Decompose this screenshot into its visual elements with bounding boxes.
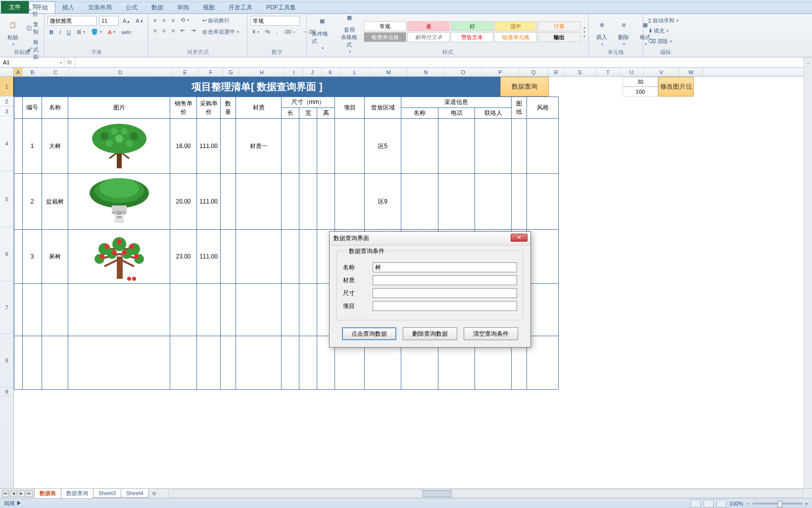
orientation-button[interactable]: ⟲ xyxy=(179,16,191,24)
cell[interactable] xyxy=(527,174,559,230)
currency-button[interactable]: ¥ xyxy=(250,28,261,36)
cell[interactable] xyxy=(512,119,527,174)
row-header-5[interactable]: 5 xyxy=(0,171,13,227)
cell[interactable] xyxy=(299,119,317,174)
cell[interactable] xyxy=(170,284,197,336)
cell[interactable] xyxy=(236,284,282,336)
align-center-button[interactable]: ≡ xyxy=(160,27,167,35)
col-header-T[interactable]: T xyxy=(596,68,620,76)
sheet-tab-3[interactable]: Sheet3 xyxy=(93,489,121,498)
cell[interactable] xyxy=(23,336,42,390)
field-project-input[interactable] xyxy=(373,301,517,311)
dialog-titlebar[interactable]: 数据查询界面 ✕ xyxy=(330,232,530,246)
cell[interactable]: 16.00 xyxy=(170,119,197,174)
align-mid-button[interactable]: ≡ xyxy=(160,16,167,24)
cell[interactable]: 区5 xyxy=(365,119,401,174)
increase-font-button[interactable]: A▴ xyxy=(121,17,132,25)
style-link[interactable]: 链接单元格 xyxy=(494,32,537,42)
field-material-input[interactable] xyxy=(373,275,517,285)
sum-button[interactable]: Σ自动求和 xyxy=(646,16,685,25)
align-top-button[interactable]: ≡ xyxy=(151,16,158,24)
cell[interactable] xyxy=(527,284,559,336)
font-name-select[interactable] xyxy=(48,16,97,26)
cell[interactable] xyxy=(282,336,299,390)
cell[interactable]: 2 xyxy=(23,174,42,230)
formula-input[interactable] xyxy=(75,57,812,67)
macro-icon[interactable]: ▶ xyxy=(16,500,22,506)
style-explain[interactable]: 解释性文本 xyxy=(407,32,450,42)
cell[interactable] xyxy=(317,174,335,230)
tab-next[interactable]: ▶ xyxy=(18,490,25,497)
cell[interactable] xyxy=(68,119,170,174)
cell[interactable] xyxy=(42,336,68,390)
italic-button[interactable]: I xyxy=(57,28,63,36)
cell[interactable] xyxy=(23,284,42,336)
underline-button[interactable]: U xyxy=(65,28,73,36)
style-warn[interactable]: 警告文本 xyxy=(451,32,493,42)
cell[interactable] xyxy=(197,284,221,336)
percent-button[interactable]: % xyxy=(263,28,272,36)
cell[interactable]: 23.00 xyxy=(170,230,197,284)
cell[interactable]: 111.00 xyxy=(197,119,221,174)
view-normal-button[interactable] xyxy=(691,500,701,508)
dialog-delete-button[interactable]: 删除查询数据 xyxy=(403,327,457,340)
cell[interactable]: 果树 xyxy=(42,230,68,284)
cell-v2[interactable]: 100 xyxy=(622,87,658,97)
formula-expand-button[interactable]: ⌄ xyxy=(804,57,812,68)
cell[interactable] xyxy=(221,174,236,230)
fx-icon[interactable]: fx xyxy=(67,59,72,66)
cell[interactable]: 3 xyxy=(23,230,42,284)
hscroll-thumb[interactable] xyxy=(422,490,452,497)
cell[interactable] xyxy=(282,284,299,336)
tab-pdf[interactable]: PDF工具集 xyxy=(259,2,303,13)
col-header-Q[interactable]: Q xyxy=(519,68,548,76)
cell[interactable] xyxy=(221,336,236,390)
cell[interactable] xyxy=(475,174,512,230)
cell[interactable] xyxy=(68,174,170,230)
phonetic-button[interactable]: wén xyxy=(119,28,133,36)
tab-prev[interactable]: ◀ xyxy=(10,490,17,497)
align-left-button[interactable]: ≡ xyxy=(151,27,158,35)
cell[interactable] xyxy=(68,336,170,390)
cell[interactable] xyxy=(197,336,221,390)
zoom-slider[interactable] xyxy=(753,503,802,505)
style-more[interactable]: ▾ xyxy=(583,34,585,39)
style-normal[interactable]: 常规 xyxy=(364,21,406,31)
row-header-7[interactable]: 7 xyxy=(0,281,13,334)
modify-image-button[interactable]: 修改图片位 xyxy=(658,77,694,97)
cell[interactable]: 1 xyxy=(23,119,42,174)
number-format-select[interactable] xyxy=(250,16,300,26)
indent-dec-button[interactable]: ⇤ xyxy=(179,26,187,35)
fill-button[interactable]: ⬇填充 xyxy=(646,26,685,36)
style-neutral[interactable]: 适中 xyxy=(494,21,537,31)
vertical-scrollbar[interactable] xyxy=(804,68,812,488)
col-header-C[interactable]: C xyxy=(43,68,69,76)
style-out[interactable]: 输出 xyxy=(538,32,580,42)
cell[interactable] xyxy=(282,230,299,284)
cell[interactable] xyxy=(282,119,299,174)
paste-button[interactable]: 📋 粘贴 xyxy=(3,16,23,48)
cell[interactable] xyxy=(14,119,23,174)
col-header-F[interactable]: F xyxy=(199,68,223,76)
cell[interactable] xyxy=(335,174,365,230)
view-layout-button[interactable] xyxy=(704,500,714,508)
cell[interactable] xyxy=(475,119,512,174)
cell[interactable] xyxy=(299,230,317,284)
cell[interactable]: 盆栽树 xyxy=(42,174,68,230)
cell[interactable] xyxy=(236,230,282,284)
merge-button[interactable]: ⊟合并后居中 xyxy=(200,27,241,37)
cut-button[interactable]: ✂剪切 xyxy=(25,2,41,19)
decrease-font-button[interactable]: A▾ xyxy=(134,17,144,25)
row-header-6[interactable]: 6 xyxy=(0,227,13,281)
new-sheet-button[interactable]: ⊕ xyxy=(149,490,159,497)
wrap-button[interactable]: ↩自动换行 xyxy=(200,16,241,25)
cell[interactable] xyxy=(527,230,559,284)
row-header-3[interactable]: 3 xyxy=(0,106,13,116)
inc-decimal-button[interactable]: .00→ xyxy=(282,28,298,36)
col-header-P[interactable]: P xyxy=(482,68,519,76)
cell[interactable] xyxy=(317,119,335,174)
tab-view[interactable]: 视图 xyxy=(196,2,222,13)
align-right-button[interactable]: ≡ xyxy=(170,27,177,35)
tab-first[interactable]: ⏮ xyxy=(2,490,9,497)
dialog-clear-button[interactable]: 清空查询条件 xyxy=(464,327,518,340)
